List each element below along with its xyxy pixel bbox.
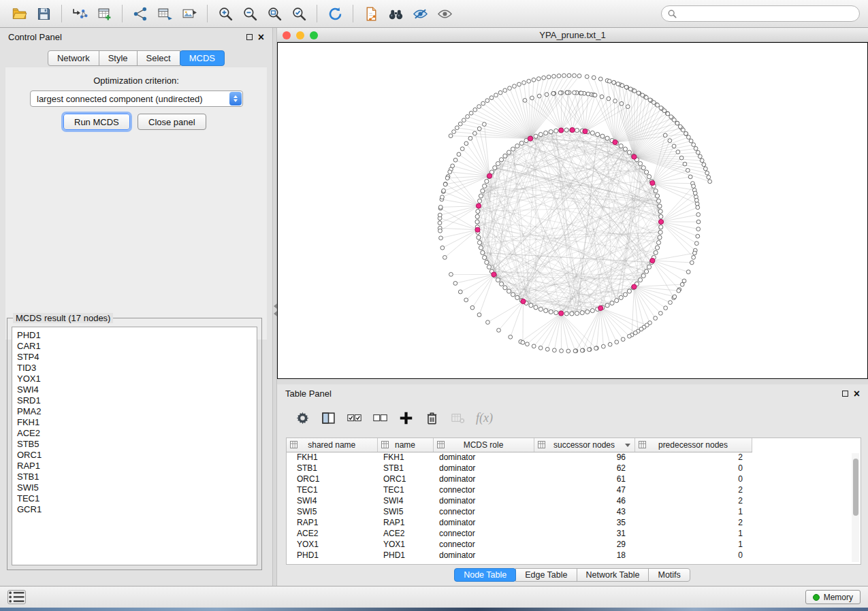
- tab-select[interactable]: Select: [137, 50, 180, 66]
- refresh-icon[interactable]: [324, 3, 346, 24]
- close-panel-button[interactable]: Close panel: [138, 114, 206, 130]
- tab-motifs[interactable]: Motifs: [648, 568, 690, 582]
- mcds-result-item[interactable]: YOX1: [17, 374, 257, 384]
- mcds-result-item[interactable]: TID3: [17, 363, 257, 374]
- mcds-result-item[interactable]: SWI5: [17, 482, 257, 493]
- column-header-successor-nodes[interactable]: successor nodes: [534, 438, 634, 452]
- node-table-header: shared namenameMCDS rolesuccessor nodesp…: [287, 438, 752, 452]
- control-panel-header: Control Panel ×: [0, 28, 272, 45]
- gear-icon[interactable]: [291, 408, 314, 428]
- network-table-icon[interactable]: [154, 3, 176, 24]
- desktop-wallpaper: [0, 608, 868, 611]
- zoom-fit-icon[interactable]: [263, 3, 285, 24]
- toolbar-separator: [317, 5, 317, 22]
- table-row[interactable]: TEC1TEC1connector472: [287, 484, 752, 495]
- network-area: YPA_prune.txt_1 Table Panel × f(x) share…: [277, 28, 868, 586]
- float-panel-icon[interactable]: [246, 34, 253, 40]
- mcds-result-item[interactable]: STP4: [17, 352, 257, 363]
- column-header-name[interactable]: name: [377, 438, 433, 452]
- close-panel-icon[interactable]: ×: [258, 34, 264, 41]
- table-row[interactable]: SWI4SWI4dominator462: [287, 495, 752, 506]
- export-document-icon[interactable]: [360, 3, 382, 24]
- tab-edge-table[interactable]: Edge Table: [515, 568, 577, 582]
- column-header-MCDS-role[interactable]: MCDS role: [433, 438, 534, 452]
- mcds-result-group: MCDS result (17 nodes) PHD1CAR1STP4TID3Y…: [7, 318, 262, 570]
- open-file-icon[interactable]: [8, 3, 30, 24]
- dropdown-arrows-icon: [229, 92, 242, 105]
- sort-arrow-icon[interactable]: [625, 444, 630, 447]
- mcds-result-item[interactable]: FKH1: [17, 417, 257, 428]
- zoom-in-icon[interactable]: [214, 3, 236, 24]
- add-row-icon[interactable]: [394, 408, 417, 428]
- delete-row-icon[interactable]: [420, 408, 443, 428]
- show-panels-button[interactable]: [7, 590, 26, 604]
- zoom-selected-icon[interactable]: [288, 3, 310, 24]
- vertical-splitter[interactable]: [272, 28, 277, 586]
- search-box[interactable]: [661, 5, 860, 22]
- mcds-result-item[interactable]: ACE2: [17, 428, 257, 439]
- criterion-select[interactable]: largest connected component (undirected): [30, 90, 243, 107]
- zoom-out-icon[interactable]: [239, 3, 261, 24]
- memory-button[interactable]: Memory: [805, 590, 861, 604]
- mcds-result-item[interactable]: RAP1: [17, 461, 257, 472]
- mcds-result-item[interactable]: SWI4: [17, 384, 257, 395]
- export-image-icon[interactable]: [178, 3, 200, 24]
- find-icon[interactable]: [385, 3, 406, 24]
- mcds-result-list[interactable]: PHD1CAR1STP4TID3YOX1SWI4SRD1PMA2FKH1ACE2…: [12, 327, 257, 565]
- run-mcds-button[interactable]: Run MCDS: [63, 114, 130, 130]
- mcds-result-item[interactable]: SRD1: [17, 395, 257, 406]
- tab-network-table[interactable]: Network Table: [577, 568, 649, 582]
- eye-icon[interactable]: [434, 3, 455, 24]
- mcds-result-item[interactable]: PHD1: [17, 330, 257, 341]
- import-network-icon[interactable]: [69, 3, 91, 24]
- table-row[interactable]: ORC1ORC1dominator610: [287, 474, 752, 484]
- table-row[interactable]: ACE2ACE2connector311: [287, 528, 752, 539]
- toolbar-separator: [353, 5, 353, 22]
- tab-node-table[interactable]: Node Table: [454, 568, 516, 582]
- scrollbar-thumb[interactable]: [853, 459, 858, 516]
- select-all-icon[interactable]: [342, 408, 366, 428]
- search-input[interactable]: [681, 9, 853, 18]
- mcds-result-item[interactable]: PMA2: [17, 406, 257, 417]
- column-header-predecessor-nodes[interactable]: predecessor nodes: [634, 438, 752, 452]
- control-panel-title: Control Panel: [8, 32, 246, 42]
- mcds-result-item[interactable]: ORC1: [17, 450, 257, 461]
- horizontal-splitter[interactable]: [277, 379, 868, 384]
- mcds-panel-body: [5, 67, 267, 340]
- column-header-shared-name[interactable]: shared name: [287, 438, 377, 452]
- table-tabbar: Node TableEdge TableNetwork TableMotifs: [277, 568, 868, 582]
- import-table-icon[interactable]: [93, 3, 115, 24]
- table-row[interactable]: STB1STB1dominator620: [287, 463, 752, 474]
- float-table-panel-icon[interactable]: [842, 391, 848, 397]
- table-scrollbar[interactable]: [852, 453, 859, 562]
- function-builder-icon[interactable]: f(x): [476, 411, 493, 425]
- table-row[interactable]: FKH1FKH1dominator962: [287, 452, 752, 463]
- table-row[interactable]: PHD1PHD1dominator180: [287, 550, 752, 561]
- deselect-all-icon[interactable]: [368, 408, 391, 428]
- eye-slash-icon[interactable]: [409, 3, 431, 24]
- tab-network[interactable]: Network: [48, 50, 99, 66]
- mcds-result-item[interactable]: TEC1: [17, 493, 257, 504]
- table-panel-header: Table Panel ×: [277, 384, 868, 401]
- mcds-result-item[interactable]: CAR1: [17, 341, 257, 352]
- memory-status-icon: [813, 594, 820, 601]
- new-network-icon[interactable]: [129, 3, 151, 24]
- list-icon: [8, 591, 25, 604]
- mcds-result-item[interactable]: GCR1: [17, 504, 257, 515]
- tab-style[interactable]: Style: [99, 50, 138, 66]
- save-icon[interactable]: [33, 3, 54, 24]
- mcds-result-item[interactable]: STB5: [17, 439, 257, 450]
- mcds-result-item[interactable]: STB1: [17, 472, 257, 482]
- close-table-panel-icon[interactable]: ×: [854, 391, 860, 397]
- control-panel-tabbar: NetworkStyleSelectMCDS: [0, 50, 272, 66]
- table-row[interactable]: YOX1YOX1connector291: [287, 539, 752, 550]
- tab-mcds[interactable]: MCDS: [180, 50, 225, 66]
- column-grid-icon: [381, 441, 389, 448]
- table-row[interactable]: SWI5SWI5connector431: [287, 506, 752, 517]
- toolbar-separator: [122, 5, 123, 22]
- clear-formula-icon[interactable]: [446, 408, 469, 428]
- status-bar: Memory: [0, 586, 868, 608]
- network-graph[interactable]: [278, 43, 867, 378]
- table-row[interactable]: RAP1RAP1dominator352: [287, 517, 752, 528]
- columns-icon[interactable]: [317, 408, 340, 428]
